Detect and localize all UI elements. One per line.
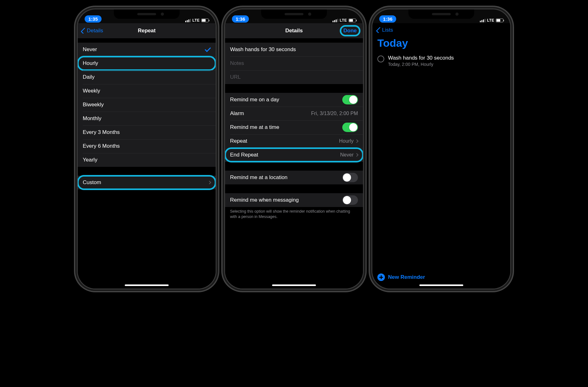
home-indicator[interactable]: [419, 284, 463, 286]
toggle-remind-location[interactable]: [342, 173, 358, 182]
custom-group: Custom: [78, 176, 216, 189]
toggle-remind-day[interactable]: [342, 95, 358, 104]
new-reminder-button[interactable]: New Reminder: [377, 273, 425, 281]
chevron-left-icon: [81, 28, 87, 34]
chevron-right-icon: [207, 181, 211, 184]
end-repeat-row[interactable]: End Repeat Never: [225, 148, 363, 162]
toggle-remind-messaging[interactable]: [342, 195, 358, 205]
nav-bar: Details Repeat: [78, 23, 216, 38]
signal-icon: [333, 19, 338, 22]
signal-icon: [480, 19, 486, 22]
reminder-title-field[interactable]: Wash hands for 30 seconds: [225, 43, 363, 56]
alarm-row[interactable]: Alarm Fri, 3/13/20, 2:00 PM: [225, 107, 363, 120]
repeat-option-3months[interactable]: Every 3 Months: [78, 125, 216, 139]
done-button[interactable]: Done: [342, 26, 359, 35]
reminder-subtitle: Today, 2:00 PM, Hourly: [388, 62, 454, 67]
reminder-item[interactable]: Wash hands for 30 seconds Today, 2:00 PM…: [377, 55, 505, 67]
repeat-option-yearly[interactable]: Yearly: [78, 153, 216, 167]
status-time-pill: 1:35: [85, 15, 102, 23]
repeat-options-group: Never Hourly Daily Weekly Biweekly Month…: [78, 43, 216, 167]
battery-icon: [201, 19, 209, 22]
back-button[interactable]: Lists: [377, 23, 505, 33]
back-label: Lists: [382, 27, 393, 33]
repeat-option-daily[interactable]: Daily: [78, 70, 216, 84]
repeat-option-6months[interactable]: Every 6 Months: [78, 139, 216, 153]
remind-on-day-row[interactable]: Remind me on a day: [225, 93, 363, 107]
phone-frame-2: 1:36 LTE Details Done Wash hands for 30 …: [225, 9, 363, 289]
content-area: Wash hands for 30 seconds Notes URL Remi…: [225, 38, 363, 289]
content-area: Lists Today Wash hands for 30 seconds To…: [372, 23, 510, 289]
remind-at-time-row[interactable]: Remind me at a time: [225, 120, 363, 134]
remind-when-messaging-row[interactable]: Remind me when messaging: [225, 193, 363, 207]
phone-frame-1: 1:35 LTE Details Repeat Never Hourly Dai…: [78, 9, 216, 289]
reminder-checkbox[interactable]: [377, 56, 384, 62]
phone-frame-3: 1:36 LTE Lists Today Wash hands for 30 s…: [372, 9, 510, 289]
home-indicator[interactable]: [125, 284, 169, 286]
back-label: Details: [87, 28, 103, 34]
signal-icon: [185, 19, 191, 22]
toggle-remind-time[interactable]: [342, 123, 358, 132]
chevron-left-icon: [376, 27, 382, 34]
carrier-label: LTE: [487, 18, 494, 23]
chevron-right-icon: [355, 139, 358, 143]
carrier-label: LTE: [192, 18, 200, 23]
battery-icon: [496, 19, 503, 22]
notch: [114, 9, 180, 19]
reminder-title: Wash hands for 30 seconds: [388, 55, 454, 61]
repeat-option-hourly[interactable]: Hourly: [78, 56, 216, 70]
battery-icon: [349, 19, 356, 22]
repeat-option-weekly[interactable]: Weekly: [78, 84, 216, 98]
repeat-option-custom[interactable]: Custom: [78, 176, 216, 189]
home-indicator[interactable]: [272, 284, 316, 286]
status-time-pill: 1:36: [379, 15, 396, 23]
page-title: Today: [377, 37, 505, 49]
messaging-footnote: Selecting this option will show the remi…: [225, 207, 363, 220]
back-button[interactable]: Details: [82, 28, 103, 34]
checkmark-icon: [205, 46, 211, 52]
status-time-pill: 1:36: [232, 15, 249, 23]
chevron-right-icon: [355, 153, 358, 156]
url-field[interactable]: URL: [225, 70, 363, 84]
carrier-label: LTE: [340, 18, 347, 23]
repeat-option-never[interactable]: Never: [78, 43, 216, 56]
plus-circle-icon: [377, 273, 385, 281]
notch: [261, 9, 327, 19]
repeat-row[interactable]: Repeat Hourly: [225, 134, 363, 148]
remind-at-location-row[interactable]: Remind me at a location: [225, 171, 363, 184]
nav-bar: Details Done: [225, 23, 363, 38]
content-area: Never Hourly Daily Weekly Biweekly Month…: [78, 38, 216, 289]
repeat-option-biweekly[interactable]: Biweekly: [78, 98, 216, 112]
notch: [408, 9, 474, 19]
notes-field[interactable]: Notes: [225, 56, 363, 70]
repeat-option-monthly[interactable]: Monthly: [78, 112, 216, 125]
